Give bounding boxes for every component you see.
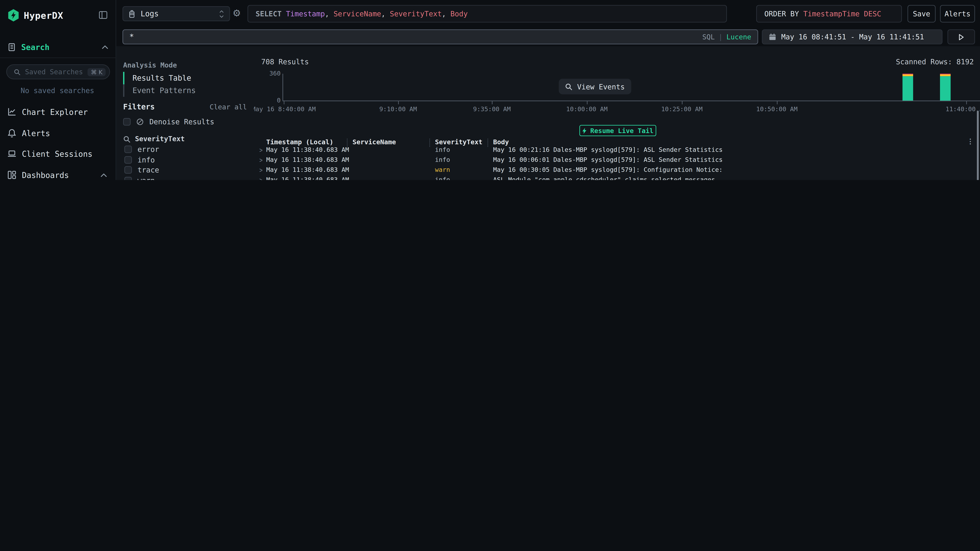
sidebar-item-alerts[interactable]: Alerts [0,125,116,140]
column-header-body[interactable]: Body [493,138,509,146]
chart-line-icon [8,108,16,116]
view-events-button[interactable]: View Events [559,79,631,94]
log-severity-cell: warn [435,166,450,173]
filter-option-label: error [137,145,159,154]
log-timestamp-cell: May 16 11:38:40.683 AM [266,176,349,180]
filter-option-label: warn [137,176,155,180]
query-language-toggle: SQL | Lucene [702,33,751,41]
histogram-bar[interactable] [940,74,951,101]
log-body-cell: May 16 00:06:01 Dales-MBP syslogd[579]: … [493,156,722,163]
select-clause-input[interactable]: SELECT Timestamp, ServiceName, SeverityT… [247,5,727,22]
app-logo[interactable]: HyperDX [8,9,63,22]
table-options-kebab-icon[interactable]: ⋮ [967,137,974,146]
save-button[interactable]: Save [907,5,936,22]
sidebar-item-label: Dashboards [22,170,69,179]
select-clause-tokens: SELECT Timestamp, ServiceName, SeverityT… [256,10,468,18]
search-icon [14,68,21,75]
select-chevrons-icon [219,9,224,18]
sidebar-item-chart-explorer[interactable]: Chart Explorer [0,104,116,119]
calendar-icon [769,33,776,41]
sidebar-item-client-sessions[interactable]: Client Sessions [0,146,116,161]
collapse-sidebar-icon[interactable] [99,11,108,19]
sidebar-item-dashboards[interactable]: Dashboards [0,167,116,180]
order-by-keyword: ORDER BY [764,10,803,18]
x-axis-tick [492,101,492,104]
time-range-picker[interactable]: May 16 08:41:51 - May 16 11:41:51 [762,29,943,44]
filter-group-name: SeverityText [135,135,185,143]
language-lucene-option[interactable]: Lucene [726,33,751,41]
saved-searches-input[interactable]: Saved Searches ⌘ K [6,64,110,79]
checkbox [124,156,132,164]
log-row[interactable]: >May 16 11:38:40.683 AMinfoMay 16 00:21:… [254,146,980,156]
laptop-icon [8,149,16,158]
sidebar-item-label: Alerts [22,129,50,138]
histogram-bar-segment-info [940,76,951,100]
log-timestamp-cell: May 16 11:38:40.683 AM [266,146,349,153]
order-by-input[interactable]: ORDER BY TimestampTime DESC [756,5,902,22]
histogram-bar-segment-warn [902,74,913,76]
topbar: Logs ⚙ SELECT Timestamp, ServiceName, Se… [116,0,980,46]
histogram-bar-segment-warn [940,74,951,76]
x-axis-tick-label: 10:00:00 AM [566,105,608,113]
lightning-icon [582,127,587,134]
log-timestamp-cell: May 16 11:38:40.683 AM [266,166,349,173]
results-panel: 708 Results Scanned Rows: 8192 360 0 May… [254,46,980,180]
log-row[interactable]: >May 16 11:38:40.683 AMinfoASL Module "c… [254,176,980,180]
sidebar-search-label: Search [21,43,49,52]
row-expand-chevron-icon: > [259,146,262,154]
source-select[interactable]: Logs [123,6,230,21]
sql-comma: , [325,10,329,18]
log-source-icon [128,10,136,18]
checkbox [124,176,132,180]
column-header-severitytext[interactable]: SeverityText [435,138,482,146]
bell-icon [8,129,16,138]
query-search-value: * [129,32,702,41]
resume-live-tail-button[interactable]: Resume Live Tail [579,125,656,136]
analysis-mode-track [123,72,124,97]
query-search-input[interactable]: * SQL | Lucene [123,29,758,44]
sql-keyword: SELECT [256,10,282,18]
log-body-cell: ASL Module "com.apple.cdscheduler" claim… [493,176,719,180]
x-axis-tick-label: 9:10:00 AM [379,105,417,113]
sql-comma: , [442,10,446,18]
view-events-label: View Events [577,82,625,91]
language-separator: | [719,33,722,41]
filter-option-error[interactable]: error [124,145,159,154]
run-query-button[interactable] [948,29,975,44]
clear-all-button[interactable]: Clear all [210,103,247,111]
sidebar-divider [0,57,116,58]
sidebar-item-search[interactable]: Search [8,43,109,52]
source-settings-gear-icon[interactable]: ⚙ [232,8,241,19]
log-body-cell: May 16 00:21:16 Dales-MBP syslogd[579]: … [493,146,722,153]
time-range-value: May 16 08:41:51 - May 16 11:41:51 [781,32,924,41]
source-select-value: Logs [141,10,214,18]
hyperdx-app-window: HyperDX Search Saved Searches ⌘ K No sav… [0,0,980,180]
filter-option-warn[interactable]: warn [124,176,155,180]
denoise-results-checkbox[interactable]: Denoise Results [123,118,215,126]
alerts-button[interactable]: Alerts [940,5,975,22]
scanned-rows: Scanned Rows: 8192 [896,57,974,66]
checkbox [124,146,132,153]
x-axis-tick [966,101,967,104]
filter-option-info[interactable]: info [124,155,155,164]
mode-event-patterns[interactable]: Event Patterns [132,84,239,97]
denoise-label: Denoise Results [150,118,215,126]
log-row[interactable]: >May 16 11:38:40.683 AMinfoMay 16 00:06:… [254,156,980,166]
saved-searches-placeholder: Saved Searches [25,68,83,76]
x-axis-tick [398,101,399,104]
mode-results-table[interactable]: Results Table [132,72,239,84]
column-header-servicename[interactable]: ServiceName [353,138,396,146]
x-axis-tick [777,101,778,104]
log-row[interactable]: >May 16 11:38:40.683 AMwarnMay 16 00:30:… [254,166,980,176]
filter-option-trace[interactable]: trace [124,165,159,174]
main-content: Analysis Mode Results Table Event Patter… [116,46,980,180]
histogram-bar[interactable] [902,74,913,101]
column-header-timestamp[interactable]: Timestamp (Local) [266,138,333,146]
y-axis-line [283,74,283,101]
language-sql-option[interactable]: SQL [702,33,715,41]
y-axis-min-label: 0 [262,97,281,104]
chevron-up-icon [100,171,108,178]
scrollbar-thumb[interactable] [977,111,979,180]
play-icon [958,33,964,40]
results-count: 708 Results [261,57,309,66]
